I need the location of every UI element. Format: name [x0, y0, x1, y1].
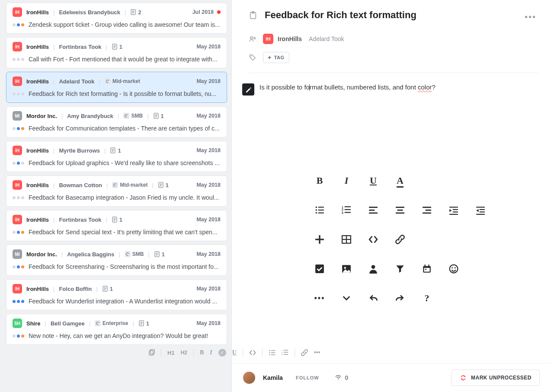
status-dot [17, 265, 20, 268]
code-icon[interactable] [249, 349, 256, 356]
plus-icon: + [268, 54, 272, 61]
checkbox-button[interactable] [306, 259, 333, 278]
link-icon[interactable] [301, 349, 308, 356]
note-summary: Feedback for Rich text formatting - Is i… [29, 90, 221, 97]
copy-icon[interactable] [148, 349, 155, 356]
followers-count[interactable]: 0 [335, 374, 349, 381]
align-left-button[interactable] [360, 201, 387, 220]
note-count: 1 [102, 286, 113, 292]
org-name: Mordor Inc. [26, 251, 57, 258]
status-dot [21, 162, 24, 165]
align-center-button[interactable] [387, 201, 413, 220]
image-button[interactable] [333, 259, 360, 278]
bold-button[interactable]: B [200, 349, 204, 356]
body-text-part: rmat bullets, numbered lists, and font [310, 83, 418, 91]
bullet-list-button[interactable] [306, 201, 333, 220]
status-dot [13, 162, 16, 165]
font-color-button[interactable]: A [387, 171, 413, 190]
avatar[interactable] [243, 372, 255, 384]
emoji-button[interactable] [440, 259, 467, 278]
note-card[interactable]: IH IronHills | Bowman Cotton |Mid-market… [6, 175, 227, 207]
code-button[interactable] [360, 230, 387, 249]
toolbar-separator [161, 349, 161, 357]
table-button[interactable] [333, 230, 360, 249]
insert-button[interactable] [306, 230, 333, 249]
note-card[interactable]: IH IronHills | Edelweiss Brandybuck |2 J… [6, 3, 227, 34]
status-dot [21, 127, 24, 130]
org-badge-icon: MI [13, 111, 22, 121]
status-dot [17, 300, 20, 303]
number-list-icon[interactable] [282, 349, 288, 356]
add-tag-button[interactable]: + TAG [263, 52, 289, 63]
indent-out-button[interactable] [467, 201, 494, 220]
indent-in-button[interactable] [440, 201, 467, 220]
note-date: May 2018 [196, 182, 221, 188]
align-right-button[interactable] [413, 201, 440, 220]
notes-list[interactable]: IH IronHills | Edelweiss Brandybuck |2 J… [0, 0, 232, 392]
org-chip[interactable]: IH IronHills [263, 34, 302, 44]
org-name: IronHills [26, 9, 49, 16]
org-name: IronHills [26, 286, 49, 292]
org-name: IronHills [26, 78, 49, 85]
detail-pane: Feedback for Rich text formatting ••• IH… [232, 0, 551, 392]
number-list-button[interactable] [333, 201, 360, 220]
check-icon[interactable]: ✓ [218, 349, 226, 357]
more-formatting-button[interactable]: ••• [306, 289, 333, 308]
person-button[interactable] [360, 259, 387, 278]
note-date: May 2018 [196, 286, 221, 292]
priority-dots [13, 23, 24, 26]
note-title[interactable]: Feedback for Rich text formatting [265, 10, 416, 21]
underline-button[interactable]: U [232, 349, 237, 356]
segment-chip: Mid-market [112, 182, 147, 188]
note-card[interactable]: SH Shire | Bell Gamgee |Enterprise |1 Ma… [6, 314, 227, 345]
toolbar-separator [295, 349, 295, 357]
org-name: IronHills [26, 182, 49, 188]
filter-button[interactable] [387, 259, 413, 278]
link-button[interactable] [387, 230, 413, 249]
more-options-button[interactable]: ••• [525, 12, 536, 22]
help-button[interactable]: ? [413, 289, 440, 308]
undo-button[interactable] [360, 289, 387, 308]
bold-button[interactable]: B [306, 171, 333, 190]
contact-name: Adelard Took [59, 78, 94, 85]
contact-name: Bowman Cotton [59, 182, 102, 188]
note-card[interactable]: IH IronHills | Adelard Took |Mid-market … [6, 72, 227, 103]
contact-name: Myrtle Burrows [59, 147, 100, 154]
toolbar-separator [193, 349, 194, 357]
follow-button[interactable]: FOLLOW [296, 375, 319, 380]
contact-name[interactable]: Adelard Took [309, 35, 344, 42]
note-card[interactable]: MI Mordor Inc. | Amy Brandybuck |SMB |1 … [6, 106, 227, 137]
more-icon[interactable]: ••• [314, 349, 320, 356]
note-count: 1 [158, 182, 169, 188]
spellcheck-word[interactable]: color [418, 83, 432, 91]
expand-button[interactable] [333, 289, 360, 308]
note-summary: Feedback for Send special text - It's pr… [29, 229, 221, 236]
note-body-text[interactable]: Is it possible to format bullets, number… [259, 83, 436, 91]
sync-icon [460, 374, 467, 381]
priority-dots [13, 58, 24, 61]
status-dot [13, 23, 16, 26]
italic-button[interactable]: I [210, 349, 212, 356]
note-card[interactable]: MI Mordor Inc. | Angelica Baggins |SMB |… [6, 245, 227, 276]
note-count: 1 [112, 44, 122, 50]
date-button[interactable] [413, 259, 440, 278]
italic-button[interactable]: I [333, 171, 360, 190]
note-card[interactable]: IH IronHills | Folco Boffin |1 May 2018 … [6, 279, 227, 310]
note-summary: Feedback for Wunderlist integration - A … [29, 298, 221, 305]
mark-unprocessed-button[interactable]: MARK UNPROCESSED [452, 370, 540, 386]
edit-block-handle[interactable] [242, 83, 254, 96]
author-name[interactable]: Kamila [263, 374, 283, 381]
status-dot [17, 196, 20, 199]
bullet-list-icon[interactable] [269, 349, 276, 356]
priority-dots [13, 265, 24, 268]
note-summary: Feedback for Basecamp integration - Jaso… [29, 194, 221, 201]
h1-button[interactable]: H1 [167, 350, 175, 356]
tag-icon [249, 54, 256, 61]
redo-button[interactable] [387, 289, 413, 308]
note-summary: Feedback for Communication templates - T… [29, 125, 221, 132]
underline-button[interactable]: U [360, 171, 387, 190]
note-card[interactable]: IH IronHills | Fortinbras Took |1 May 20… [6, 37, 227, 68]
h2-button[interactable]: H2 [181, 350, 187, 356]
note-card[interactable]: IH IronHills | Myrtle Burrows |1 May 201… [6, 141, 227, 172]
note-card[interactable]: IH IronHills | Fortinbras Took |1 May 20… [6, 210, 227, 241]
